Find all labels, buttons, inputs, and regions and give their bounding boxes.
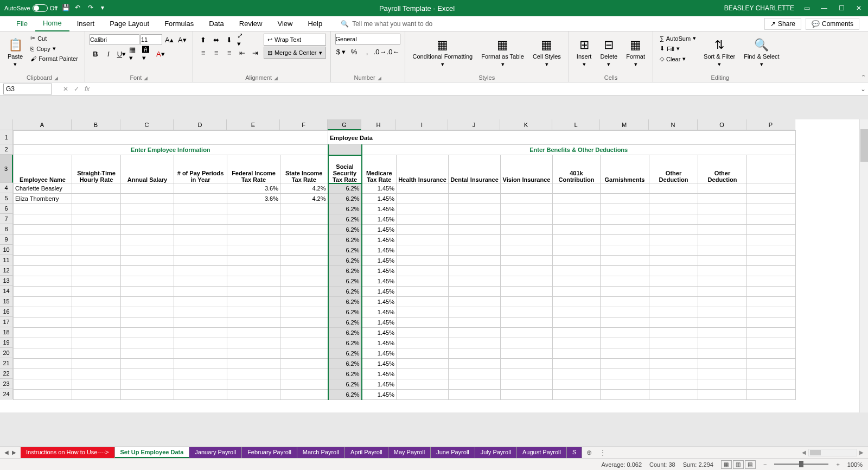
cell[interactable] [174, 266, 227, 276]
row-header-16[interactable]: 16 [0, 307, 13, 317]
cell[interactable] [121, 379, 174, 390]
tab-formulas[interactable]: Formulas [157, 16, 201, 31]
cell-name[interactable] [14, 287, 72, 297]
select-all-triangle[interactable] [0, 119, 13, 130]
cell[interactable] [121, 225, 174, 235]
cell[interactable] [601, 183, 649, 194]
cell[interactable] [121, 194, 174, 204]
row-header-4[interactable]: 4 [0, 183, 13, 193]
cell[interactable] [553, 225, 601, 235]
cell[interactable] [449, 379, 501, 390]
cell[interactable] [501, 297, 553, 307]
conditional-formatting-button[interactable]: ▦Conditional Formatting ▾ [410, 34, 476, 72]
row-header-3[interactable]: 3 [0, 155, 13, 183]
column-header-J[interactable]: J [448, 119, 500, 130]
cell[interactable] [601, 390, 649, 400]
cell[interactable] [649, 204, 698, 214]
cell[interactable] [174, 276, 227, 287]
cell[interactable] [698, 348, 747, 359]
cell[interactable] [72, 276, 121, 287]
cell-med[interactable]: 1.45% [362, 214, 397, 225]
accounting-format-icon[interactable]: $ ▾ [335, 46, 347, 58]
cell[interactable] [449, 317, 501, 328]
cell[interactable] [601, 317, 649, 328]
col-header-2[interactable]: Annual Salary [121, 155, 174, 183]
row-header-17[interactable]: 17 [0, 317, 13, 327]
sheet-tab-5[interactable]: April Payroll [345, 447, 388, 458]
align-left-icon[interactable]: ≡ [197, 47, 209, 59]
cell[interactable] [698, 276, 747, 287]
cut-button[interactable]: ✂Cut [28, 34, 80, 43]
cell-state[interactable] [280, 307, 328, 317]
cell-ss[interactable]: 6.2% [328, 256, 362, 266]
align-bottom-icon[interactable]: ⬇ [224, 34, 235, 46]
save-icon[interactable]: 💾 [62, 4, 71, 12]
clipboard-dialog-launcher[interactable]: ◢ [54, 75, 58, 81]
cell[interactable] [449, 307, 501, 317]
cell[interactable] [698, 225, 747, 235]
cell-ss[interactable]: 6.2% [328, 194, 362, 204]
cell[interactable] [698, 204, 747, 214]
row-header-14[interactable]: 14 [0, 286, 13, 296]
cell-med[interactable]: 1.45% [362, 276, 397, 287]
cell[interactable] [174, 214, 227, 225]
cell[interactable] [501, 276, 553, 287]
cell[interactable] [397, 204, 449, 214]
cell[interactable] [449, 204, 501, 214]
cell[interactable] [501, 256, 553, 266]
col-header-4[interactable]: Federal Income Tax Rate [227, 155, 280, 183]
cell[interactable] [72, 214, 121, 225]
cell-ss[interactable]: 6.2% [328, 214, 362, 225]
undo-icon[interactable]: ↶ [75, 4, 84, 12]
cell[interactable] [397, 328, 449, 338]
row-header-11[interactable]: 11 [0, 255, 13, 265]
cell[interactable] [698, 194, 747, 204]
cell-med[interactable]: 1.45% [362, 359, 397, 369]
sheet-tab-1[interactable]: Set Up Employee Data [115, 447, 190, 458]
cell[interactable] [553, 348, 601, 359]
cell[interactable] [121, 307, 174, 317]
sort-filter-button[interactable]: ⇅Sort & Filter ▾ [700, 34, 738, 72]
comments-button[interactable]: 💬Comments [806, 18, 859, 30]
sheet-tab-7[interactable]: June Payroll [431, 447, 475, 458]
column-header-B[interactable]: B [72, 119, 120, 130]
cell[interactable] [649, 276, 698, 287]
cell[interactable] [747, 338, 796, 348]
cell[interactable] [553, 297, 601, 307]
cell[interactable] [72, 225, 121, 235]
cell-fed[interactable] [227, 369, 280, 379]
copy-button[interactable]: ⎘Copy ▾ [28, 44, 80, 53]
cell[interactable] [449, 328, 501, 338]
cell[interactable] [501, 348, 553, 359]
cell-name[interactable] [14, 317, 72, 328]
column-header-M[interactable]: M [600, 119, 649, 130]
cell-state[interactable] [280, 390, 328, 400]
cell[interactable] [747, 307, 796, 317]
cell[interactable] [501, 194, 553, 204]
cell[interactable] [747, 266, 796, 276]
expand-formula-bar-icon[interactable]: ⌄ [858, 85, 868, 93]
cell[interactable] [698, 307, 747, 317]
cell-name[interactable] [14, 369, 72, 379]
cell[interactable] [449, 245, 501, 256]
cell[interactable] [397, 183, 449, 194]
cell-fed[interactable]: 3.6% [227, 194, 280, 204]
col-header-5[interactable]: State Income Tax Rate [280, 155, 328, 183]
name-box[interactable] [3, 84, 52, 94]
cell-name[interactable] [14, 379, 72, 390]
row-header-19[interactable]: 19 [0, 338, 13, 348]
cell[interactable] [747, 225, 796, 235]
delete-cells-button[interactable]: ⊟Delete ▾ [597, 34, 621, 72]
sheet-tab-4[interactable]: March Payroll [297, 447, 345, 458]
cell-ss[interactable]: 6.2% [328, 276, 362, 287]
cell[interactable] [121, 276, 174, 287]
cancel-formula-icon[interactable]: ✕ [63, 85, 68, 93]
user-name[interactable]: BEASLEY CHARLETTE [724, 4, 794, 12]
cell[interactable] [601, 204, 649, 214]
cell[interactable] [121, 317, 174, 328]
cell[interactable] [747, 379, 796, 390]
alignment-dialog-launcher[interactable]: ◢ [274, 75, 278, 81]
cell[interactable] [553, 369, 601, 379]
cell[interactable] [553, 287, 601, 297]
sheet-tab-8[interactable]: July Payroll [475, 447, 517, 458]
